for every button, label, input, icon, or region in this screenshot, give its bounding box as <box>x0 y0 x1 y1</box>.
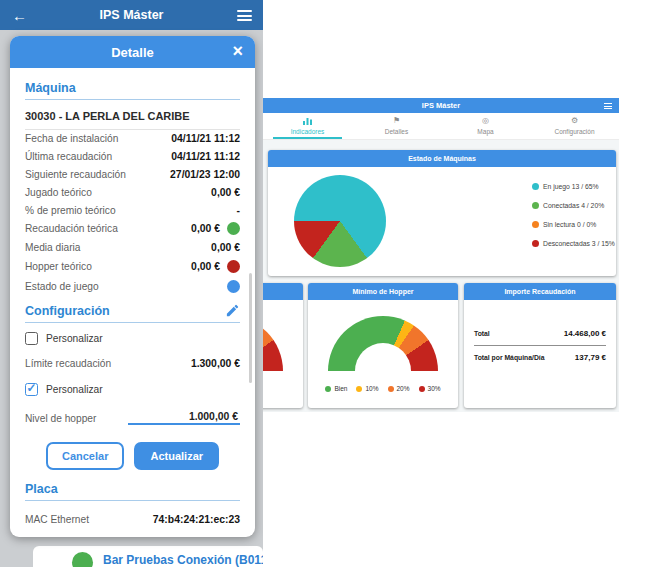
card-hopper-header: Mínimo de Hopper <box>308 283 458 300</box>
detail-modal: Detalle × Máquina 30030 - LA PERLA DEL C… <box>10 36 255 537</box>
modal-title: Detalle <box>111 45 154 60</box>
detail-row: Última recaudación 04/11/21 11:12 <box>25 148 240 166</box>
section-heading-placa: Placa <box>25 482 240 501</box>
configuracion-heading-label: Configuración <box>25 304 110 318</box>
dashboard-content: Estado de Máquinas En juego 13 / 65% Con… <box>263 140 619 412</box>
background-list-item[interactable]: Bar Pruebas Conexión (B011) <box>33 546 263 567</box>
card-importe-header: Importe Recaudación <box>464 283 616 300</box>
card-minimo-hopper: Mínimo de Hopper Bien 10% 20% <box>308 283 458 408</box>
tab-mapa[interactable]: ◎ Mapa <box>441 113 530 139</box>
row-label: Última recaudación <box>25 151 112 162</box>
target-icon: ◎ <box>482 117 489 126</box>
row-label: Recaudación teórica <box>25 223 118 234</box>
detail-row: Recaudación teórica 0,00 € <box>25 219 240 239</box>
detail-row: Fecha de instalación 04/11/21 11:12 <box>25 130 240 148</box>
legend-label: Bien <box>334 385 347 392</box>
tab-configuracion[interactable]: ⚙ Configuración <box>530 113 619 139</box>
update-button[interactable]: Actualizar <box>134 442 219 470</box>
legend-label: 20% <box>397 385 410 392</box>
row-label: Estado de juego <box>25 281 99 292</box>
machine-name: 30030 - LA PERLA DEL CARIBE <box>25 110 240 130</box>
card-importe-recaudacion: Importe Recaudación Total 14.468,00 € To… <box>464 283 616 408</box>
importe-total-label: Total <box>474 330 490 337</box>
divider <box>474 345 606 346</box>
legend-dot-desconectadas <box>532 240 539 247</box>
legend-item: 30% <box>419 385 441 392</box>
detail-row: Media diaria 0,00 € <box>25 239 240 257</box>
dashboard-title: IPS Máster <box>422 101 460 110</box>
row-label: Límite recaudación <box>25 358 111 369</box>
legend-item: Desconectadas 3 / 15% <box>532 240 615 247</box>
hopper-gauge-chart <box>328 316 438 371</box>
legend-dot-10 <box>356 386 362 392</box>
legend-item: 20% <box>388 385 410 392</box>
background-item-label: Bar Pruebas Conexión (B011) <box>103 553 263 567</box>
screenshot-root: { "phone": { "top_bar": { "title": "IPS … <box>0 0 650 567</box>
row-value: 04/11/21 11:12 <box>171 133 240 144</box>
gear-icon: ⚙ <box>571 117 578 126</box>
checkbox-label: Personalizar <box>46 384 103 395</box>
status-dot-green <box>72 552 93 567</box>
bar-chart-icon <box>303 117 312 126</box>
nivel-hopper-input[interactable]: 1.000,00 € <box>128 411 240 425</box>
importe-card-body: Total 14.468,00 € Total por Máquina/Día … <box>464 300 616 365</box>
estado-card-body: En juego 13 / 65% Conectadas 4 / 20% Sin… <box>268 167 616 267</box>
maquina-heading-label: Máquina <box>25 81 76 95</box>
tab-detalles[interactable]: ⚑ Detalles <box>352 113 441 139</box>
importe-total-row: Total 14.468,00 € <box>474 326 606 341</box>
personalize-limite-checkbox[interactable] <box>25 332 38 345</box>
tab-label: Indicadores <box>291 128 325 135</box>
personalize-limite-row: Personalizar <box>25 332 240 345</box>
tab-label: Mapa <box>477 128 493 135</box>
row-value: 0,00 € <box>191 222 240 235</box>
cancel-button[interactable]: Cancelar <box>46 442 124 470</box>
row-label: Siguiente recaudación <box>25 169 126 180</box>
card-estado-maquinas: Estado de Máquinas En juego 13 / 65% Con… <box>268 150 616 276</box>
row-value: 04/11/21 11:12 <box>171 151 240 162</box>
tab-label: Configuración <box>554 128 594 135</box>
back-arrow-icon[interactable]: ← <box>12 8 27 23</box>
legend-dot-conectadas <box>532 202 539 209</box>
phone-top-bar: ← IPS Máster <box>0 0 263 30</box>
dashboard-menu-icon[interactable] <box>604 103 612 111</box>
row-label: Hopper teórico <box>25 261 92 272</box>
row-value: 27/01/23 12:00 <box>170 169 240 180</box>
detail-row: Hopper teórico 0,00 € <box>25 256 240 276</box>
legend-label: 10% <box>365 385 378 392</box>
legend-dot-30 <box>419 386 425 392</box>
pie-legend: En juego 13 / 65% Conectadas 4 / 20% Sin… <box>532 167 615 267</box>
nivel-hopper-row: Nivel de hopper 1.000,00 € <box>25 408 240 429</box>
row-label: MAC Ethernet <box>25 514 89 525</box>
placa-heading-label: Placa <box>25 482 58 496</box>
row-value: 0,00 € <box>191 260 240 273</box>
row-value: 74:b4:24:21:ec:23 <box>153 514 240 525</box>
edit-pencil-icon[interactable] <box>225 303 240 318</box>
modal-scrollbar[interactable] <box>249 273 252 383</box>
row-label: Media diaria <box>25 242 81 253</box>
flag-icon: ⚑ <box>393 117 400 126</box>
legend-dot-20 <box>388 386 394 392</box>
personalize-hopper-row: Personalizar <box>25 383 240 396</box>
legend-item: Bien <box>325 385 347 392</box>
row-value <box>227 280 240 293</box>
legend-label: En juego 13 / 65% <box>543 183 599 190</box>
personalize-hopper-checkbox[interactable] <box>25 383 38 396</box>
row-value: 0,00 € <box>211 242 240 253</box>
close-icon[interactable]: × <box>232 40 243 63</box>
phone-menu-icon[interactable] <box>237 10 252 24</box>
legend-dot-en-juego <box>532 183 539 190</box>
row-label: Fecha de instalación <box>25 133 118 144</box>
mac-ethernet-row: MAC Ethernet 74:b4:24:21:ec:23 <box>25 511 240 529</box>
legend-item: Sin lectura 0 / 0% <box>532 221 615 228</box>
row-label: Nivel de hopper <box>25 413 96 424</box>
tab-indicadores[interactable]: Indicadores <box>263 113 352 139</box>
dashboard-header: IPS Máster <box>263 98 619 113</box>
legend-label: Sin lectura 0 / 0% <box>543 221 596 228</box>
section-heading-maquina: Máquina <box>25 81 240 100</box>
legend-label: 30% <box>428 385 441 392</box>
detail-row: Siguiente recaudación 27/01/23 12:00 <box>25 166 240 184</box>
status-indicator-green <box>227 222 240 235</box>
importe-per-machine-value: 137,79 € <box>575 353 606 362</box>
legend-item: En juego 13 / 65% <box>532 183 615 190</box>
legend-item: Conectadas 4 / 20% <box>532 202 615 209</box>
